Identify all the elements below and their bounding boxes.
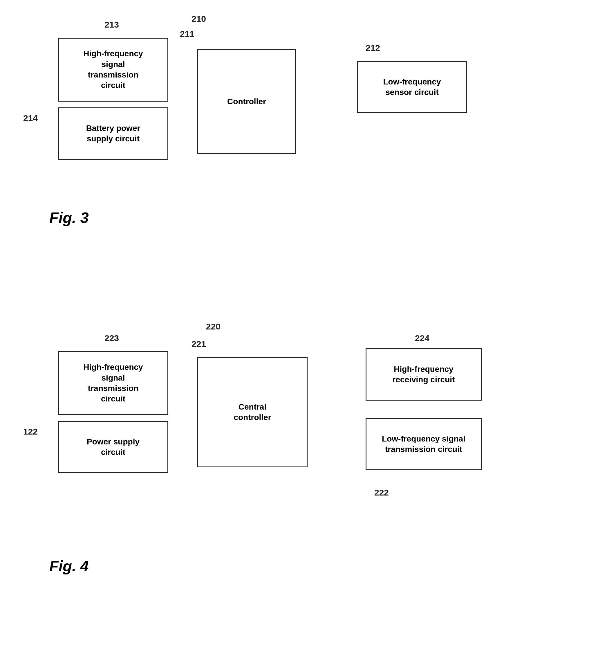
fig3-battery-block: Battery power supply circuit [58,107,168,160]
fig3-ref-212: 212 [366,43,380,53]
fig4-ref-223: 223 [104,333,119,343]
fig4-hf-rx-block: High-frequency receiving circuit [366,348,482,401]
fig3-lf-sensor-block: Low-frequency sensor circuit [357,61,467,113]
fig4-caption: Fig. 4 [49,557,89,575]
fig4-hf-tx-block: High-frequency signal transmission circu… [58,351,168,415]
fig4-ref-122: 122 [23,427,38,437]
fig4-ref-224: 224 [415,333,429,343]
fig3-ref-214: 214 [23,113,38,123]
fig4-power-block: Power supply circuit [58,421,168,473]
fig4-ref-220: 220 [206,321,221,331]
fig3-caption: Fig. 3 [49,209,89,226]
fig3-ref-211: 211 [180,29,194,39]
fig3-controller-block: Controller [197,49,296,154]
fig3-hf-tx-block: High-frequency signal transmission circu… [58,38,168,102]
fig4-ref-222: 222 [374,488,389,498]
fig3-ref-210: 210 [192,14,206,24]
fig4-lf-tx-block: Low-frequency signal transmission circui… [366,418,482,470]
fig4-ref-221: 221 [192,339,206,349]
fig4-central-block: Central controller [197,357,308,467]
fig3-ref-213: 213 [104,20,119,30]
